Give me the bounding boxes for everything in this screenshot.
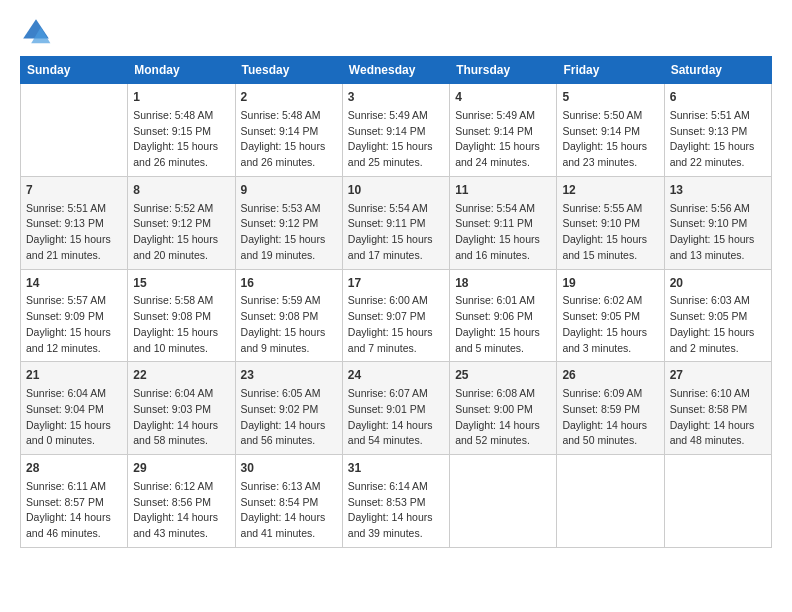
day-info: Sunrise: 5:48 AM Sunset: 9:15 PM Dayligh…: [133, 108, 229, 171]
weekday-header: Thursday: [450, 57, 557, 84]
day-info: Sunrise: 6:05 AM Sunset: 9:02 PM Dayligh…: [241, 386, 337, 449]
day-number: 24: [348, 367, 444, 384]
calendar-cell: [557, 455, 664, 548]
calendar-week-row: 21Sunrise: 6:04 AM Sunset: 9:04 PM Dayli…: [21, 362, 772, 455]
day-info: Sunrise: 5:51 AM Sunset: 9:13 PM Dayligh…: [670, 108, 766, 171]
calendar-cell: 9Sunrise: 5:53 AM Sunset: 9:12 PM Daylig…: [235, 176, 342, 269]
day-info: Sunrise: 6:08 AM Sunset: 9:00 PM Dayligh…: [455, 386, 551, 449]
calendar-week-row: 1Sunrise: 5:48 AM Sunset: 9:15 PM Daylig…: [21, 84, 772, 177]
calendar-cell: 17Sunrise: 6:00 AM Sunset: 9:07 PM Dayli…: [342, 269, 449, 362]
calendar-cell: 30Sunrise: 6:13 AM Sunset: 8:54 PM Dayli…: [235, 455, 342, 548]
day-number: 18: [455, 275, 551, 292]
day-number: 30: [241, 460, 337, 477]
calendar-cell: 14Sunrise: 5:57 AM Sunset: 9:09 PM Dayli…: [21, 269, 128, 362]
weekday-header: Saturday: [664, 57, 771, 84]
day-info: Sunrise: 5:49 AM Sunset: 9:14 PM Dayligh…: [348, 108, 444, 171]
day-number: 8: [133, 182, 229, 199]
day-info: Sunrise: 6:01 AM Sunset: 9:06 PM Dayligh…: [455, 293, 551, 356]
calendar-cell: 11Sunrise: 5:54 AM Sunset: 9:11 PM Dayli…: [450, 176, 557, 269]
calendar-cell: [21, 84, 128, 177]
day-number: 9: [241, 182, 337, 199]
day-info: Sunrise: 6:02 AM Sunset: 9:05 PM Dayligh…: [562, 293, 658, 356]
calendar-cell: 19Sunrise: 6:02 AM Sunset: 9:05 PM Dayli…: [557, 269, 664, 362]
day-info: Sunrise: 6:00 AM Sunset: 9:07 PM Dayligh…: [348, 293, 444, 356]
calendar-cell: 23Sunrise: 6:05 AM Sunset: 9:02 PM Dayli…: [235, 362, 342, 455]
logo-icon: [20, 16, 52, 48]
day-number: 10: [348, 182, 444, 199]
day-number: 12: [562, 182, 658, 199]
weekday-header: Friday: [557, 57, 664, 84]
calendar-cell: 8Sunrise: 5:52 AM Sunset: 9:12 PM Daylig…: [128, 176, 235, 269]
day-number: 31: [348, 460, 444, 477]
calendar-cell: 22Sunrise: 6:04 AM Sunset: 9:03 PM Dayli…: [128, 362, 235, 455]
calendar-cell: 31Sunrise: 6:14 AM Sunset: 8:53 PM Dayli…: [342, 455, 449, 548]
calendar-cell: 2Sunrise: 5:48 AM Sunset: 9:14 PM Daylig…: [235, 84, 342, 177]
calendar-cell: 13Sunrise: 5:56 AM Sunset: 9:10 PM Dayli…: [664, 176, 771, 269]
calendar-cell: 21Sunrise: 6:04 AM Sunset: 9:04 PM Dayli…: [21, 362, 128, 455]
day-number: 26: [562, 367, 658, 384]
day-info: Sunrise: 5:51 AM Sunset: 9:13 PM Dayligh…: [26, 201, 122, 264]
day-number: 23: [241, 367, 337, 384]
day-number: 6: [670, 89, 766, 106]
day-number: 13: [670, 182, 766, 199]
calendar-cell: [664, 455, 771, 548]
day-number: 28: [26, 460, 122, 477]
calendar-cell: 27Sunrise: 6:10 AM Sunset: 8:58 PM Dayli…: [664, 362, 771, 455]
day-info: Sunrise: 5:49 AM Sunset: 9:14 PM Dayligh…: [455, 108, 551, 171]
day-number: 5: [562, 89, 658, 106]
day-info: Sunrise: 5:48 AM Sunset: 9:14 PM Dayligh…: [241, 108, 337, 171]
day-info: Sunrise: 6:03 AM Sunset: 9:05 PM Dayligh…: [670, 293, 766, 356]
day-number: 7: [26, 182, 122, 199]
day-number: 21: [26, 367, 122, 384]
calendar-cell: 6Sunrise: 5:51 AM Sunset: 9:13 PM Daylig…: [664, 84, 771, 177]
day-number: 29: [133, 460, 229, 477]
day-info: Sunrise: 6:11 AM Sunset: 8:57 PM Dayligh…: [26, 479, 122, 542]
day-number: 25: [455, 367, 551, 384]
calendar-header-row: SundayMondayTuesdayWednesdayThursdayFrid…: [21, 57, 772, 84]
calendar-cell: 29Sunrise: 6:12 AM Sunset: 8:56 PM Dayli…: [128, 455, 235, 548]
day-info: Sunrise: 6:13 AM Sunset: 8:54 PM Dayligh…: [241, 479, 337, 542]
day-info: Sunrise: 5:55 AM Sunset: 9:10 PM Dayligh…: [562, 201, 658, 264]
day-number: 3: [348, 89, 444, 106]
calendar-cell: 26Sunrise: 6:09 AM Sunset: 8:59 PM Dayli…: [557, 362, 664, 455]
calendar-week-row: 7Sunrise: 5:51 AM Sunset: 9:13 PM Daylig…: [21, 176, 772, 269]
day-info: Sunrise: 5:50 AM Sunset: 9:14 PM Dayligh…: [562, 108, 658, 171]
calendar-cell: 28Sunrise: 6:11 AM Sunset: 8:57 PM Dayli…: [21, 455, 128, 548]
day-info: Sunrise: 6:09 AM Sunset: 8:59 PM Dayligh…: [562, 386, 658, 449]
day-number: 1: [133, 89, 229, 106]
calendar-week-row: 28Sunrise: 6:11 AM Sunset: 8:57 PM Dayli…: [21, 455, 772, 548]
calendar-cell: 5Sunrise: 5:50 AM Sunset: 9:14 PM Daylig…: [557, 84, 664, 177]
day-number: 17: [348, 275, 444, 292]
page-header: [20, 16, 772, 48]
calendar-cell: 1Sunrise: 5:48 AM Sunset: 9:15 PM Daylig…: [128, 84, 235, 177]
day-info: Sunrise: 6:04 AM Sunset: 9:04 PM Dayligh…: [26, 386, 122, 449]
calendar-cell: 3Sunrise: 5:49 AM Sunset: 9:14 PM Daylig…: [342, 84, 449, 177]
logo: [20, 16, 56, 48]
calendar-cell: 18Sunrise: 6:01 AM Sunset: 9:06 PM Dayli…: [450, 269, 557, 362]
day-info: Sunrise: 5:56 AM Sunset: 9:10 PM Dayligh…: [670, 201, 766, 264]
day-number: 4: [455, 89, 551, 106]
day-info: Sunrise: 5:53 AM Sunset: 9:12 PM Dayligh…: [241, 201, 337, 264]
day-number: 11: [455, 182, 551, 199]
day-number: 16: [241, 275, 337, 292]
weekday-header: Tuesday: [235, 57, 342, 84]
calendar-cell: 10Sunrise: 5:54 AM Sunset: 9:11 PM Dayli…: [342, 176, 449, 269]
day-info: Sunrise: 6:12 AM Sunset: 8:56 PM Dayligh…: [133, 479, 229, 542]
day-info: Sunrise: 5:59 AM Sunset: 9:08 PM Dayligh…: [241, 293, 337, 356]
day-info: Sunrise: 5:57 AM Sunset: 9:09 PM Dayligh…: [26, 293, 122, 356]
calendar-cell: 25Sunrise: 6:08 AM Sunset: 9:00 PM Dayli…: [450, 362, 557, 455]
day-number: 15: [133, 275, 229, 292]
day-info: Sunrise: 5:58 AM Sunset: 9:08 PM Dayligh…: [133, 293, 229, 356]
day-number: 22: [133, 367, 229, 384]
day-info: Sunrise: 5:54 AM Sunset: 9:11 PM Dayligh…: [455, 201, 551, 264]
day-number: 20: [670, 275, 766, 292]
calendar-cell: 24Sunrise: 6:07 AM Sunset: 9:01 PM Dayli…: [342, 362, 449, 455]
calendar-cell: 16Sunrise: 5:59 AM Sunset: 9:08 PM Dayli…: [235, 269, 342, 362]
day-number: 2: [241, 89, 337, 106]
day-number: 27: [670, 367, 766, 384]
calendar-week-row: 14Sunrise: 5:57 AM Sunset: 9:09 PM Dayli…: [21, 269, 772, 362]
weekday-header: Monday: [128, 57, 235, 84]
weekday-header: Wednesday: [342, 57, 449, 84]
calendar-cell: 15Sunrise: 5:58 AM Sunset: 9:08 PM Dayli…: [128, 269, 235, 362]
day-info: Sunrise: 6:07 AM Sunset: 9:01 PM Dayligh…: [348, 386, 444, 449]
